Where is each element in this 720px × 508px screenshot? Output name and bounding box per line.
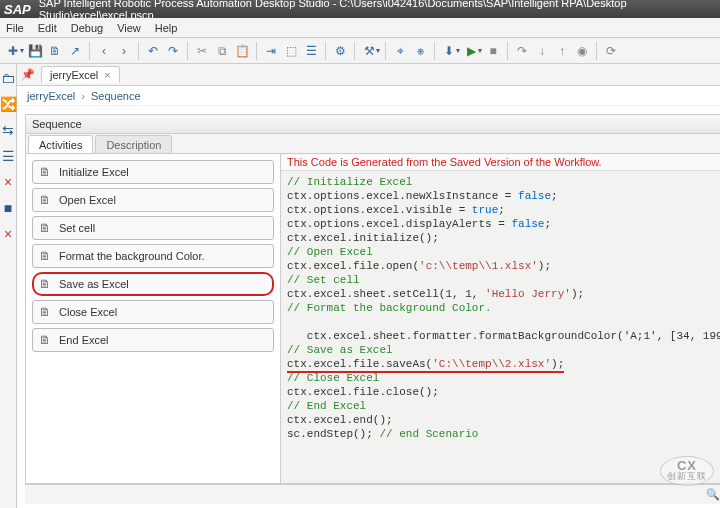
sequence-title: Sequence (26, 115, 720, 134)
sequence-panel: Sequence Activities Description 🗎Initial… (25, 114, 720, 484)
subtabs: Activities Description (26, 134, 720, 154)
locate-icon[interactable]: ⌖ (391, 42, 409, 60)
sidebar-close2-icon[interactable]: × (0, 226, 16, 242)
document-tabs: 📌 jerryExcel × (17, 64, 720, 86)
breadcrumb: jerryExcel › Sequence (17, 86, 720, 106)
sidebar-close-icon[interactable]: × (0, 174, 16, 190)
status-bar: 🔍 (25, 484, 720, 504)
close-icon[interactable]: × (104, 69, 110, 81)
breadcrumb-leaf[interactable]: Sequence (91, 90, 141, 102)
paste-icon[interactable]: 📋 (233, 42, 251, 60)
stepout-icon[interactable]: ↑ (553, 42, 571, 60)
tool1-icon[interactable]: ⇥ (262, 42, 280, 60)
save-all-icon[interactable]: 🗎 (46, 42, 64, 60)
code-view: // Initialize Excel ctx.options.excel.ne… (281, 171, 720, 483)
sidebar-workflow-icon[interactable]: 🔀 (0, 96, 16, 112)
titlebar: SAP SAP Intelligent Robotic Process Auto… (0, 0, 720, 18)
sap-logo: SAP (4, 2, 31, 17)
doc-icon: 🗎 (39, 221, 53, 235)
window-title: SAP Intelligent Robotic Process Automati… (39, 0, 716, 21)
redo-icon[interactable]: ↷ (164, 42, 182, 60)
export-icon[interactable]: ↗ (66, 42, 84, 60)
sidebar-project-icon[interactable]: 🗀 (0, 70, 16, 86)
doc-icon: 🗎 (39, 249, 53, 263)
stepin-icon[interactable]: ↓ (533, 42, 551, 60)
stop-icon[interactable]: ■ (484, 42, 502, 60)
activity-format-bg[interactable]: 🗎Format the background Color. (32, 244, 274, 268)
settings-icon[interactable]: ⚙ (331, 42, 349, 60)
chevron-right-icon: › (81, 90, 85, 102)
copy-icon[interactable]: ⧉ (213, 42, 231, 60)
activity-list: 🗎Initialize Excel 🗎Open Excel 🗎Set cell … (26, 154, 281, 483)
nav-fwd-icon[interactable]: › (115, 42, 133, 60)
tab-description[interactable]: Description (95, 135, 172, 153)
code-panel: This Code is Generated from the Saved Ve… (281, 154, 720, 483)
doc-icon: 🗎 (39, 193, 53, 207)
activity-end-excel[interactable]: 🗎End Excel (32, 328, 274, 352)
doc-icon: 🗎 (39, 165, 53, 179)
save-icon[interactable]: 💾 (26, 42, 44, 60)
menu-view[interactable]: View (117, 22, 141, 34)
sidebar-list-icon[interactable]: ☰ (0, 148, 16, 164)
tool3-icon[interactable]: ☰ (302, 42, 320, 60)
menu-file[interactable]: File (6, 22, 24, 34)
search-icon[interactable]: 🔍 (706, 488, 720, 501)
activity-set-cell[interactable]: 🗎Set cell (32, 216, 274, 240)
tab-label: jerryExcel (50, 69, 98, 81)
watermark: CX 创新互联 (660, 456, 714, 486)
code-notice: This Code is Generated from the Saved Ve… (281, 154, 720, 171)
activity-close-excel[interactable]: 🗎Close Excel (32, 300, 274, 324)
anchor-icon[interactable]: ⎈ (411, 42, 429, 60)
tool2-icon[interactable]: ⬚ (282, 42, 300, 60)
activity-open-excel[interactable]: 🗎Open Excel (32, 188, 274, 212)
menu-help[interactable]: Help (155, 22, 178, 34)
toolbar: ✚▾ 💾 🗎 ↗ ‹ › ↶ ↷ ✂ ⧉ 📋 ⇥ ⬚ ☰ ⚙ ⚒▾ ⌖ ⎈ ⬇▾… (0, 38, 720, 64)
breakpoint-icon[interactable]: ◉ (573, 42, 591, 60)
tab-jerryexcel[interactable]: jerryExcel × (41, 66, 120, 83)
stepover-icon[interactable]: ↷ (513, 42, 531, 60)
doc-icon: 🗎 (39, 333, 53, 347)
sidebar-context-icon[interactable]: ⇆ (0, 122, 16, 138)
left-sidebar: 🗀 🔀 ⇆ ☰ × ■ × (0, 64, 17, 508)
undo-icon[interactable]: ↶ (144, 42, 162, 60)
activity-save-as-excel[interactable]: 🗎Save as Excel (32, 272, 274, 296)
tab-activities[interactable]: Activities (28, 135, 93, 153)
nav-back-icon[interactable]: ‹ (95, 42, 113, 60)
sidebar-stop-icon[interactable]: ■ (0, 200, 16, 216)
doc-icon: 🗎 (39, 305, 53, 319)
cut-icon[interactable]: ✂ (193, 42, 211, 60)
breadcrumb-root[interactable]: jerryExcel (27, 90, 75, 102)
refresh-icon[interactable]: ⟳ (602, 42, 620, 60)
doc-icon: 🗎 (39, 277, 53, 291)
pin-icon[interactable]: 📌 (21, 68, 35, 81)
menubar: File Edit Debug View Help (0, 18, 720, 38)
activity-initialize-excel[interactable]: 🗎Initialize Excel (32, 160, 274, 184)
menu-edit[interactable]: Edit (38, 22, 57, 34)
menu-debug[interactable]: Debug (71, 22, 103, 34)
